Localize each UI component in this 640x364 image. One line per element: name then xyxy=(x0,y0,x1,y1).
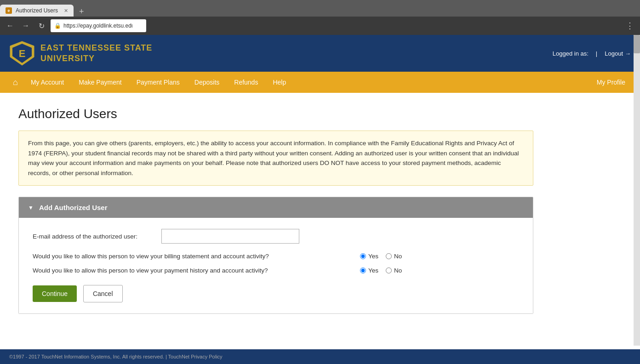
header-separator: | xyxy=(596,50,597,57)
university-name: EAST TENNESSEE STATE xyxy=(40,43,152,53)
page-title: Authorized Users xyxy=(18,107,533,121)
logout-button[interactable]: Logout → xyxy=(605,50,631,57)
home-nav-button[interactable]: ⌂ xyxy=(7,78,23,87)
question2-row: Would you like to allow this person to v… xyxy=(33,267,519,274)
question1-no-label: No xyxy=(394,253,402,260)
active-tab[interactable]: e Authorized Users ✕ xyxy=(0,5,74,17)
logout-label: Logout xyxy=(605,50,623,57)
question1-text: Would you like to allow this person to v… xyxy=(33,253,345,260)
question1-yes-option[interactable]: Yes xyxy=(360,253,378,260)
scrollbar-track xyxy=(634,35,640,328)
nav-item-help[interactable]: Help xyxy=(265,72,293,93)
nav-profile-button[interactable]: My Profile xyxy=(589,79,633,86)
question2-no-radio[interactable] xyxy=(386,267,392,273)
nav-label-refunds: Refunds xyxy=(234,79,258,86)
form-buttons-row: Continue Cancel xyxy=(33,285,519,302)
question1-radio-group: Yes No xyxy=(360,253,402,260)
chevron-down-icon: ▼ xyxy=(28,205,34,211)
refresh-button[interactable]: ↻ xyxy=(35,19,48,32)
panel-header[interactable]: ▼ Add Authorized User xyxy=(19,197,533,218)
browser-chrome: e Authorized Users ✕ + ← → ↻ 🔒 ⋮ xyxy=(0,0,640,35)
nav-profile-label: My Profile xyxy=(597,79,625,86)
question2-radio-group: Yes No xyxy=(360,267,402,274)
main-content: Authorized Users From this page, you can… xyxy=(0,93,552,328)
site-header: E EAST TENNESSEE STATE UNIVERSITY Logged… xyxy=(0,35,640,72)
university-subtitle: UNIVERSITY xyxy=(40,53,152,64)
question2-yes-label: Yes xyxy=(368,267,378,274)
nav-label-deposits: Deposits xyxy=(194,79,219,86)
cancel-button[interactable]: Cancel xyxy=(83,285,123,302)
add-authorized-user-panel: ▼ Add Authorized User E-mail address of … xyxy=(18,197,533,314)
logout-arrow-icon: → xyxy=(625,50,631,57)
nav-label-help: Help xyxy=(273,79,286,86)
nav-label-payment-plans: Payment Plans xyxy=(137,79,180,86)
home-icon: ⌂ xyxy=(13,78,18,87)
svg-text:E: E xyxy=(19,48,26,59)
main-navigation: ⌂ My Account Make Payment Payment Plans … xyxy=(0,72,640,93)
email-label: E-mail address of the authorized user: xyxy=(33,233,161,240)
header-right: Logged in as: | Logout → xyxy=(553,50,631,57)
question2-no-label: No xyxy=(394,267,402,274)
url-input[interactable] xyxy=(51,19,146,32)
nav-item-deposits[interactable]: Deposits xyxy=(187,72,227,93)
question1-row: Would you like to allow this person to v… xyxy=(33,253,519,260)
ssl-lock-icon: 🔒 xyxy=(54,23,61,29)
question1-no-option[interactable]: No xyxy=(386,253,402,260)
question2-no-option[interactable]: No xyxy=(386,267,402,274)
logged-in-label: Logged in as: xyxy=(553,50,589,57)
panel-header-title: Add Authorized User xyxy=(39,204,108,211)
university-name-block: EAST TENNESSEE STATE UNIVERSITY xyxy=(40,43,152,64)
address-bar-wrap: 🔒 xyxy=(51,19,621,32)
email-input[interactable] xyxy=(161,229,299,244)
question2-yes-option[interactable]: Yes xyxy=(360,267,378,274)
question1-yes-label: Yes xyxy=(368,253,378,260)
question1-no-radio[interactable] xyxy=(386,253,392,259)
info-text: From this page, you can give others (par… xyxy=(28,138,524,178)
ferpa-info-box: From this page, you can give others (par… xyxy=(18,131,533,186)
scrollbar-thumb[interactable] xyxy=(634,35,640,53)
tab-title: Authorized Users xyxy=(16,7,58,14)
forward-button[interactable]: → xyxy=(19,19,32,32)
browser-menu-button[interactable]: ⋮ xyxy=(623,19,636,32)
email-form-row: E-mail address of the authorized user: xyxy=(33,229,519,244)
browser-tabs: e Authorized Users ✕ + xyxy=(0,0,640,17)
nav-item-payment-plans[interactable]: Payment Plans xyxy=(129,72,187,93)
nav-item-refunds[interactable]: Refunds xyxy=(227,72,265,93)
nav-item-make-payment[interactable]: Make Payment xyxy=(71,72,129,93)
back-button[interactable]: ← xyxy=(4,19,17,32)
question2-text: Would you like to allow this person to v… xyxy=(33,267,345,274)
nav-label-my-account: My Account xyxy=(31,79,64,86)
question1-yes-radio[interactable] xyxy=(360,253,366,259)
new-tab-button[interactable]: + xyxy=(75,7,88,17)
continue-button[interactable]: Continue xyxy=(33,285,77,302)
nav-item-my-account[interactable]: My Account xyxy=(23,72,71,93)
nav-label-make-payment: Make Payment xyxy=(79,79,121,86)
logo-shield-svg: E xyxy=(9,40,35,66)
tab-close-button[interactable]: ✕ xyxy=(64,8,68,14)
question2-yes-radio[interactable] xyxy=(360,267,366,273)
tab-favicon: e xyxy=(6,7,12,14)
logo-area: E EAST TENNESSEE STATE UNIVERSITY xyxy=(9,40,152,66)
panel-body: E-mail address of the authorized user: W… xyxy=(19,218,533,313)
browser-address-bar: ← → ↻ 🔒 ⋮ xyxy=(0,17,640,35)
